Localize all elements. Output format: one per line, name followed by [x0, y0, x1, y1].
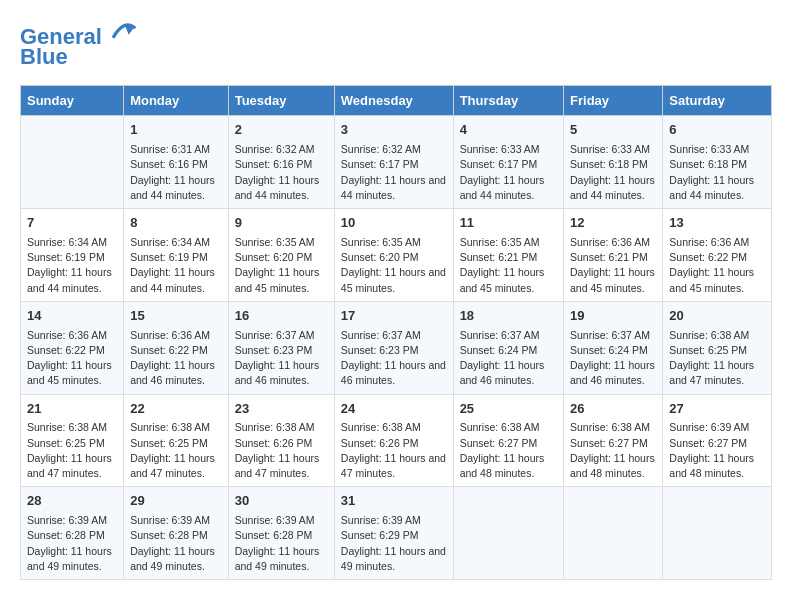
cell-details: Sunrise: 6:39 AMSunset: 6:28 PMDaylight:…	[27, 513, 117, 574]
calendar-cell: 7Sunrise: 6:34 AMSunset: 6:19 PMDaylight…	[21, 209, 124, 302]
calendar-cell: 17Sunrise: 6:37 AMSunset: 6:23 PMDayligh…	[334, 301, 453, 394]
day-number: 30	[235, 492, 328, 511]
calendar-cell: 16Sunrise: 6:37 AMSunset: 6:23 PMDayligh…	[228, 301, 334, 394]
cell-details: Sunrise: 6:37 AMSunset: 6:24 PMDaylight:…	[460, 328, 557, 389]
cell-details: Sunrise: 6:37 AMSunset: 6:23 PMDaylight:…	[235, 328, 328, 389]
calendar-cell: 3Sunrise: 6:32 AMSunset: 6:17 PMDaylight…	[334, 116, 453, 209]
week-row-4: 21Sunrise: 6:38 AMSunset: 6:25 PMDayligh…	[21, 394, 772, 487]
calendar-cell: 28Sunrise: 6:39 AMSunset: 6:28 PMDayligh…	[21, 487, 124, 580]
day-number: 9	[235, 214, 328, 233]
day-number: 10	[341, 214, 447, 233]
calendar-cell: 21Sunrise: 6:38 AMSunset: 6:25 PMDayligh…	[21, 394, 124, 487]
calendar-cell: 11Sunrise: 6:35 AMSunset: 6:21 PMDayligh…	[453, 209, 563, 302]
calendar-cell: 8Sunrise: 6:34 AMSunset: 6:19 PMDaylight…	[124, 209, 229, 302]
col-header-saturday: Saturday	[663, 86, 772, 116]
cell-details: Sunrise: 6:38 AMSunset: 6:27 PMDaylight:…	[570, 420, 656, 481]
calendar-cell: 25Sunrise: 6:38 AMSunset: 6:27 PMDayligh…	[453, 394, 563, 487]
calendar-cell: 27Sunrise: 6:39 AMSunset: 6:27 PMDayligh…	[663, 394, 772, 487]
col-header-tuesday: Tuesday	[228, 86, 334, 116]
cell-details: Sunrise: 6:34 AMSunset: 6:19 PMDaylight:…	[130, 235, 222, 296]
cell-details: Sunrise: 6:37 AMSunset: 6:24 PMDaylight:…	[570, 328, 656, 389]
week-row-5: 28Sunrise: 6:39 AMSunset: 6:28 PMDayligh…	[21, 487, 772, 580]
calendar-cell: 2Sunrise: 6:32 AMSunset: 6:16 PMDaylight…	[228, 116, 334, 209]
day-number: 4	[460, 121, 557, 140]
calendar-cell: 1Sunrise: 6:31 AMSunset: 6:16 PMDaylight…	[124, 116, 229, 209]
day-number: 29	[130, 492, 222, 511]
week-row-1: 1Sunrise: 6:31 AMSunset: 6:16 PMDaylight…	[21, 116, 772, 209]
day-number: 2	[235, 121, 328, 140]
cell-details: Sunrise: 6:38 AMSunset: 6:26 PMDaylight:…	[341, 420, 447, 481]
cell-details: Sunrise: 6:33 AMSunset: 6:18 PMDaylight:…	[669, 142, 765, 203]
day-number: 19	[570, 307, 656, 326]
day-number: 21	[27, 400, 117, 419]
cell-details: Sunrise: 6:39 AMSunset: 6:28 PMDaylight:…	[235, 513, 328, 574]
day-number: 5	[570, 121, 656, 140]
day-number: 1	[130, 121, 222, 140]
day-number: 18	[460, 307, 557, 326]
day-number: 6	[669, 121, 765, 140]
cell-details: Sunrise: 6:36 AMSunset: 6:22 PMDaylight:…	[27, 328, 117, 389]
calendar-cell	[663, 487, 772, 580]
calendar-table: SundayMondayTuesdayWednesdayThursdayFrid…	[20, 85, 772, 580]
cell-details: Sunrise: 6:39 AMSunset: 6:29 PMDaylight:…	[341, 513, 447, 574]
cell-details: Sunrise: 6:34 AMSunset: 6:19 PMDaylight:…	[27, 235, 117, 296]
cell-details: Sunrise: 6:39 AMSunset: 6:28 PMDaylight:…	[130, 513, 222, 574]
day-number: 24	[341, 400, 447, 419]
cell-details: Sunrise: 6:38 AMSunset: 6:27 PMDaylight:…	[460, 420, 557, 481]
calendar-cell: 29Sunrise: 6:39 AMSunset: 6:28 PMDayligh…	[124, 487, 229, 580]
calendar-cell: 31Sunrise: 6:39 AMSunset: 6:29 PMDayligh…	[334, 487, 453, 580]
col-header-wednesday: Wednesday	[334, 86, 453, 116]
day-number: 7	[27, 214, 117, 233]
cell-details: Sunrise: 6:37 AMSunset: 6:23 PMDaylight:…	[341, 328, 447, 389]
col-header-sunday: Sunday	[21, 86, 124, 116]
cell-details: Sunrise: 6:35 AMSunset: 6:20 PMDaylight:…	[341, 235, 447, 296]
col-header-thursday: Thursday	[453, 86, 563, 116]
calendar-cell: 10Sunrise: 6:35 AMSunset: 6:20 PMDayligh…	[334, 209, 453, 302]
calendar-cell: 24Sunrise: 6:38 AMSunset: 6:26 PMDayligh…	[334, 394, 453, 487]
calendar-cell: 22Sunrise: 6:38 AMSunset: 6:25 PMDayligh…	[124, 394, 229, 487]
day-number: 3	[341, 121, 447, 140]
calendar-cell: 9Sunrise: 6:35 AMSunset: 6:20 PMDaylight…	[228, 209, 334, 302]
calendar-cell: 5Sunrise: 6:33 AMSunset: 6:18 PMDaylight…	[564, 116, 663, 209]
calendar-cell: 12Sunrise: 6:36 AMSunset: 6:21 PMDayligh…	[564, 209, 663, 302]
day-number: 27	[669, 400, 765, 419]
calendar-cell: 19Sunrise: 6:37 AMSunset: 6:24 PMDayligh…	[564, 301, 663, 394]
header-row: SundayMondayTuesdayWednesdayThursdayFrid…	[21, 86, 772, 116]
day-number: 14	[27, 307, 117, 326]
calendar-cell: 4Sunrise: 6:33 AMSunset: 6:17 PMDaylight…	[453, 116, 563, 209]
cell-details: Sunrise: 6:33 AMSunset: 6:18 PMDaylight:…	[570, 142, 656, 203]
day-number: 8	[130, 214, 222, 233]
cell-details: Sunrise: 6:35 AMSunset: 6:21 PMDaylight:…	[460, 235, 557, 296]
week-row-3: 14Sunrise: 6:36 AMSunset: 6:22 PMDayligh…	[21, 301, 772, 394]
day-number: 25	[460, 400, 557, 419]
calendar-cell	[564, 487, 663, 580]
cell-details: Sunrise: 6:39 AMSunset: 6:27 PMDaylight:…	[669, 420, 765, 481]
cell-details: Sunrise: 6:32 AMSunset: 6:17 PMDaylight:…	[341, 142, 447, 203]
col-header-friday: Friday	[564, 86, 663, 116]
cell-details: Sunrise: 6:36 AMSunset: 6:22 PMDaylight:…	[669, 235, 765, 296]
cell-details: Sunrise: 6:32 AMSunset: 6:16 PMDaylight:…	[235, 142, 328, 203]
logo: General Blue	[20, 20, 138, 69]
day-number: 20	[669, 307, 765, 326]
day-number: 23	[235, 400, 328, 419]
calendar-cell: 18Sunrise: 6:37 AMSunset: 6:24 PMDayligh…	[453, 301, 563, 394]
cell-details: Sunrise: 6:38 AMSunset: 6:25 PMDaylight:…	[669, 328, 765, 389]
col-header-monday: Monday	[124, 86, 229, 116]
calendar-cell	[21, 116, 124, 209]
day-number: 28	[27, 492, 117, 511]
cell-details: Sunrise: 6:38 AMSunset: 6:26 PMDaylight:…	[235, 420, 328, 481]
cell-details: Sunrise: 6:31 AMSunset: 6:16 PMDaylight:…	[130, 142, 222, 203]
cell-details: Sunrise: 6:38 AMSunset: 6:25 PMDaylight:…	[27, 420, 117, 481]
day-number: 12	[570, 214, 656, 233]
calendar-cell: 23Sunrise: 6:38 AMSunset: 6:26 PMDayligh…	[228, 394, 334, 487]
day-number: 26	[570, 400, 656, 419]
calendar-cell: 26Sunrise: 6:38 AMSunset: 6:27 PMDayligh…	[564, 394, 663, 487]
calendar-cell	[453, 487, 563, 580]
calendar-cell: 20Sunrise: 6:38 AMSunset: 6:25 PMDayligh…	[663, 301, 772, 394]
day-number: 15	[130, 307, 222, 326]
cell-details: Sunrise: 6:38 AMSunset: 6:25 PMDaylight:…	[130, 420, 222, 481]
calendar-cell: 6Sunrise: 6:33 AMSunset: 6:18 PMDaylight…	[663, 116, 772, 209]
cell-details: Sunrise: 6:33 AMSunset: 6:17 PMDaylight:…	[460, 142, 557, 203]
day-number: 16	[235, 307, 328, 326]
calendar-cell: 30Sunrise: 6:39 AMSunset: 6:28 PMDayligh…	[228, 487, 334, 580]
